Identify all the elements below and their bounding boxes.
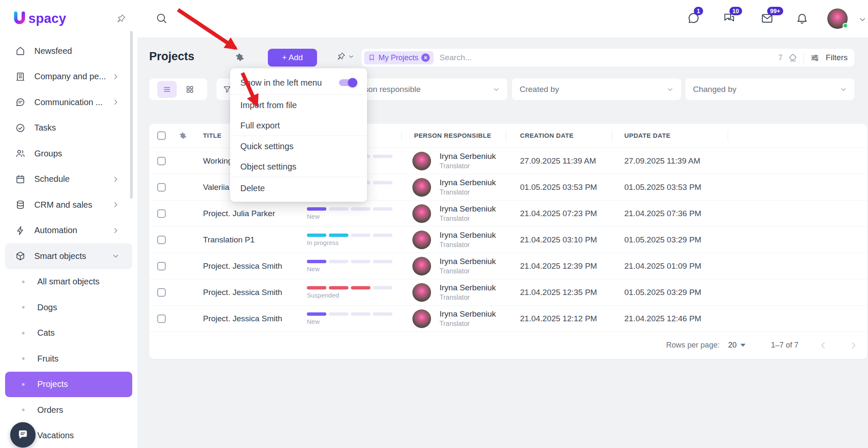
bullet-dot <box>22 357 25 360</box>
object-settings-gear-icon[interactable] <box>234 52 245 64</box>
sidebar-scrollbar[interactable] <box>130 31 133 199</box>
column-created[interactable]: CREATION DATE <box>520 124 573 147</box>
bullet-dot <box>22 409 25 411</box>
pin-sidebar-icon[interactable] <box>116 14 126 24</box>
person-avatar <box>412 309 431 328</box>
row-title[interactable]: Project. Julia Parker <box>203 200 275 227</box>
search-bar[interactable]: My Projects × Search... 7 Filters <box>362 49 854 67</box>
person-name[interactable]: Iryna Serbeniuk <box>440 257 496 266</box>
person-name[interactable]: Iryna Serbeniuk <box>440 283 496 292</box>
column-person[interactable]: PERSON RESPONSIBLE <box>414 124 491 147</box>
person-name[interactable]: Iryna Serbeniuk <box>440 204 496 214</box>
sidebar-item-groups[interactable]: Groups <box>0 141 137 167</box>
changed-by-select[interactable]: Changed by <box>685 78 854 100</box>
column-updated[interactable]: UPDATE DATE <box>624 124 670 147</box>
sidebar-item-communication[interactable]: Communication ... <box>0 89 137 115</box>
row-checkbox[interactable] <box>157 288 166 297</box>
comments-button[interactable]: 1 <box>687 12 700 24</box>
person-name[interactable]: Iryna Serbeniuk <box>440 309 496 319</box>
toggle-label: Show in the left menu <box>240 78 322 88</box>
sidebar-subitem-all-smart-objects[interactable]: All smart objects <box>0 269 137 295</box>
menu-item-object-settings[interactable]: Object settings <box>230 156 367 177</box>
sidebar-item-crm-and-sales[interactable]: CRM and sales <box>0 192 137 218</box>
table-row[interactable]: Project. Jessica Smith New Iryna Serbeni… <box>149 253 867 279</box>
table-settings-gear-icon[interactable] <box>178 131 187 142</box>
menu-item-delete[interactable]: Delete <box>230 177 367 199</box>
sidebar-item-tasks[interactable]: Tasks <box>0 115 137 141</box>
row-title[interactable]: Project. Jessica Smith <box>203 253 282 279</box>
global-search-icon[interactable] <box>156 12 167 24</box>
menu-item-import-from-file[interactable]: Import from file <box>230 95 367 115</box>
stage-segment <box>373 207 392 211</box>
creation-date: 01.05.2025 03:53 PM <box>520 174 597 200</box>
stage-segment <box>307 207 326 211</box>
show-in-left-menu-toggle[interactable] <box>339 79 356 86</box>
search-input[interactable]: Search... <box>440 53 772 62</box>
table-row[interactable]: Project. Jessica Smith Suspended Iryna S… <box>149 279 867 305</box>
sidebar-subitem-orders[interactable]: Orders <box>0 397 137 423</box>
sidebar-item-label: Newsfeed <box>34 46 72 56</box>
person-role: Translator <box>440 320 496 328</box>
rows-per-page-select[interactable]: 20 <box>728 341 746 350</box>
row-checkbox[interactable] <box>157 209 166 218</box>
menu-item-show-in-left-menu[interactable]: Show in the left menu <box>230 71 367 95</box>
menu-item-full-export[interactable]: Full export <box>230 115 367 136</box>
add-button[interactable]: + Add <box>268 49 317 67</box>
menu-item-quick-settings[interactable]: Quick settings <box>230 136 367 156</box>
stage-segment <box>351 286 370 289</box>
person-name[interactable]: Iryna Serbeniuk <box>440 152 496 161</box>
sidebar-item-label: Smart objects <box>34 251 86 261</box>
row-checkbox[interactable] <box>157 157 166 165</box>
uspacy-logo[interactable]: spacy <box>11 10 66 27</box>
row-title[interactable]: Translation P1 <box>203 227 255 253</box>
prev-page-button[interactable] <box>817 339 829 351</box>
filters-button[interactable]: Filters <box>826 53 848 62</box>
sidebar-item-automation[interactable]: Automation <box>0 218 137 244</box>
sidebar-item-smart-objects[interactable]: Smart objects <box>5 243 132 269</box>
row-checkbox[interactable] <box>157 236 166 244</box>
table-row[interactable]: Translation P1 In progress Iryna Serbeni… <box>149 226 867 253</box>
sidebar-subitem-projects[interactable]: Projects <box>5 372 132 398</box>
filters-tune-icon[interactable] <box>810 53 820 63</box>
divider <box>804 52 804 63</box>
row-checkbox[interactable] <box>157 314 166 323</box>
table-row[interactable]: Project. Jessica Smith New Iryna Serbeni… <box>149 305 867 331</box>
mail-button[interactable]: 99+ <box>761 12 773 25</box>
row-checkbox[interactable] <box>157 262 166 270</box>
update-date: 21.04.2025 07:36 PM <box>624 200 701 227</box>
table-row[interactable]: Project. Julia Parker New Iryna Serbeniu… <box>149 200 867 226</box>
chip-close-icon[interactable]: × <box>421 53 430 62</box>
notifications-bell-icon[interactable] <box>796 12 808 24</box>
row-checkbox[interactable] <box>157 183 166 192</box>
created-by-select[interactable]: Created by <box>512 78 681 100</box>
sidebar-item-company-and-pe[interactable]: Company and pe... <box>0 64 137 90</box>
person-role: Translator <box>440 162 496 170</box>
person-name[interactable]: Iryna Serbeniuk <box>440 231 496 240</box>
view-toggle-group <box>149 78 207 100</box>
column-title[interactable]: TITLE <box>203 124 222 147</box>
chat-launcher-button[interactable] <box>10 422 36 448</box>
grid-view-button[interactable] <box>180 81 200 98</box>
sidebar-subitem-cats[interactable]: Cats <box>0 320 137 346</box>
messenger-button[interactable]: 10 <box>723 12 735 24</box>
sidebar-item-schedule[interactable]: Schedule <box>0 167 137 192</box>
clear-filters-eraser-icon[interactable] <box>788 53 798 62</box>
next-page-button[interactable] <box>848 339 860 351</box>
select-all-checkbox[interactable] <box>157 131 166 140</box>
row-title[interactable]: Project. Jessica Smith <box>203 306 282 332</box>
sidebar-subitem-fruits[interactable]: Fruits <box>0 346 137 372</box>
list-view-button[interactable] <box>157 81 177 98</box>
person-responsible-select[interactable]: Person responsible <box>344 78 507 100</box>
profile-chevron-down-icon[interactable] <box>858 15 867 24</box>
row-title[interactable]: Working <box>203 148 232 174</box>
person-name[interactable]: Iryna Serbeniuk <box>440 178 496 187</box>
row-title[interactable]: Project. Jessica Smith <box>203 279 282 306</box>
my-projects-filter-chip[interactable]: My Projects × <box>364 51 434 64</box>
sidebar-item-newsfeed[interactable]: Newsfeed <box>0 38 137 64</box>
row-title[interactable]: Valeriia <box>203 174 229 200</box>
update-date: 27.09.2025 11:39 AM <box>624 148 700 174</box>
stage-label: In progress <box>307 239 392 246</box>
user-avatar[interactable] <box>827 8 848 29</box>
sidebar-subitem-dogs[interactable]: Dogs <box>0 295 137 320</box>
pinned-views-dropdown[interactable] <box>337 52 355 61</box>
